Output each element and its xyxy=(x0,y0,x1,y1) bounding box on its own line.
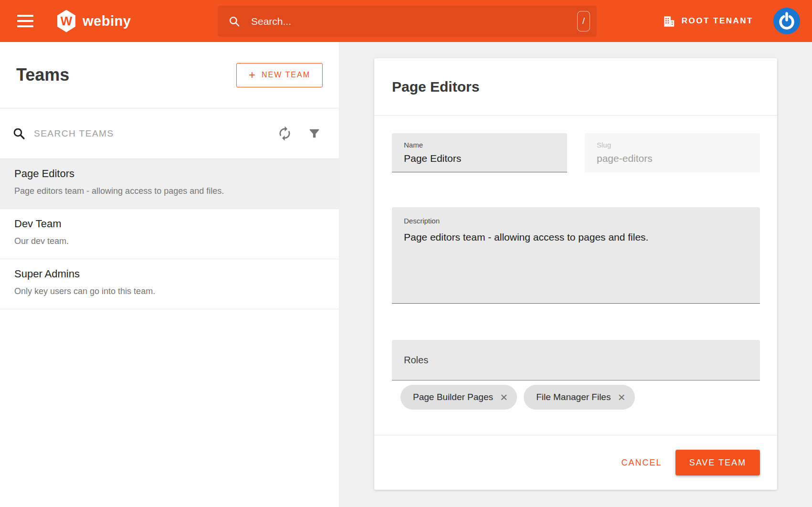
roles-field[interactable]: Roles xyxy=(392,340,760,380)
description-field[interactable]: Description Page editors team - allowing… xyxy=(392,207,760,304)
team-name: Page Editors xyxy=(14,167,325,180)
team-name: Super Admins xyxy=(14,267,325,281)
tenant-selector[interactable]: ROOT TENANT xyxy=(663,15,753,28)
slug-field-value: page-editors xyxy=(597,153,760,164)
team-description: Our dev team. xyxy=(14,236,325,246)
cancel-button[interactable]: CANCEL xyxy=(609,450,675,475)
remove-chip-icon[interactable]: × xyxy=(500,391,507,403)
global-search-input[interactable] xyxy=(251,16,577,27)
app-header: W webiny / ROOT TENANT xyxy=(0,0,812,42)
name-field-label: Name xyxy=(404,141,567,149)
plus-icon: + xyxy=(249,68,255,82)
search-icon xyxy=(12,127,26,140)
roles-chips: Page Builder Pages × File Manager Files … xyxy=(401,385,760,435)
teams-list-panel: Teams + NEW TEAM xyxy=(0,42,339,507)
filter-button[interactable] xyxy=(308,127,321,140)
team-name: Dev Team xyxy=(14,217,325,231)
slash-shortcut-badge: / xyxy=(577,11,590,32)
filter-funnel-icon xyxy=(308,127,321,140)
logo-wordmark: webiny xyxy=(83,13,131,29)
team-list-item-super-admins[interactable]: Super Admins Only key users can go into … xyxy=(0,259,339,309)
chip-file-manager-files[interactable]: File Manager Files × xyxy=(524,385,634,410)
team-details-panel: Page Editors Name Page Editors Slug page… xyxy=(339,42,812,507)
tenant-label: ROOT TENANT xyxy=(682,16,753,26)
building-icon xyxy=(663,15,675,28)
webiny-logo[interactable]: W webiny xyxy=(56,10,131,32)
chip-page-builder-pages[interactable]: Page Builder Pages × xyxy=(401,385,517,410)
global-search[interactable]: / xyxy=(218,6,597,37)
search-icon xyxy=(228,15,241,28)
description-field-value: Page editors team - allowing access to p… xyxy=(404,232,760,243)
slug-field: Slug page-editors xyxy=(585,133,760,172)
refresh-button[interactable] xyxy=(277,126,293,141)
page-title: Teams xyxy=(16,65,69,85)
webiny-hexagon-icon: W xyxy=(56,10,76,32)
team-description: Page editors team - allowing access to p… xyxy=(14,186,325,196)
team-form-card: Page Editors Name Page Editors Slug page… xyxy=(374,58,777,490)
remove-chip-icon[interactable]: × xyxy=(618,391,625,403)
name-field[interactable]: Name Page Editors xyxy=(392,133,567,172)
teams-search-bar xyxy=(0,108,339,159)
menu-icon[interactable] xyxy=(17,15,33,27)
refresh-icon xyxy=(277,126,293,141)
name-field-value: Page Editors xyxy=(404,153,567,164)
team-list-item-dev-team[interactable]: Dev Team Our dev team. xyxy=(0,209,339,259)
team-description: Only key users can go into this team. xyxy=(14,286,325,296)
roles-field-label: Roles xyxy=(404,355,428,366)
teams-search-input[interactable] xyxy=(34,128,277,139)
new-team-button[interactable]: + NEW TEAM xyxy=(236,63,323,87)
user-avatar[interactable] xyxy=(773,8,800,34)
team-list: Page Editors Page editors team - allowin… xyxy=(0,159,339,309)
slug-field-label: Slug xyxy=(597,141,760,149)
team-list-item-page-editors[interactable]: Page Editors Page editors team - allowin… xyxy=(0,159,339,209)
save-team-button[interactable]: SAVE TEAM xyxy=(675,450,760,475)
team-form-title: Page Editors xyxy=(392,79,479,95)
description-field-label: Description xyxy=(404,217,760,225)
